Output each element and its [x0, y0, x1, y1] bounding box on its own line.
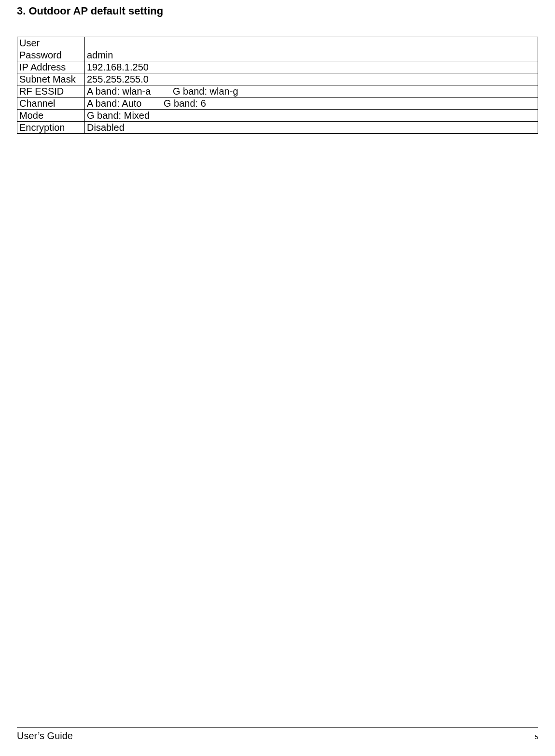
- setting-value: 192.168.1.250: [85, 61, 538, 73]
- setting-value: A band: wlan-a G band: wlan-g: [85, 85, 538, 98]
- setting-value: 255.255.255.0: [85, 73, 538, 85]
- setting-value: admin: [85, 49, 538, 61]
- setting-label: User: [17, 37, 85, 49]
- setting-value: A band: Auto G band: 6: [85, 98, 538, 110]
- setting-value: [85, 37, 538, 49]
- table-row: Subnet Mask 255.255.255.0: [17, 73, 538, 85]
- footer-divider: [17, 727, 538, 728]
- setting-value-a: A band: Auto: [87, 98, 141, 109]
- table-row: Channel A band: Auto G band: 6: [17, 98, 538, 110]
- table-row: IP Address 192.168.1.250: [17, 61, 538, 73]
- setting-label: Mode: [17, 110, 85, 122]
- page-footer: User’s Guide 5: [17, 727, 538, 742]
- setting-label: IP Address: [17, 61, 85, 73]
- default-settings-table: User Password admin IP Address 192.168.1…: [17, 37, 538, 134]
- setting-label: Encryption: [17, 122, 85, 134]
- setting-label: Password: [17, 49, 85, 61]
- setting-value-b: G band: 6: [164, 98, 206, 109]
- setting-value: Disabled: [85, 122, 538, 134]
- setting-value: G band: Mixed: [85, 110, 538, 122]
- table-row: Password admin: [17, 49, 538, 61]
- table-row: Mode G band: Mixed: [17, 110, 538, 122]
- setting-label: Subnet Mask: [17, 73, 85, 85]
- setting-value-a: A band: wlan-a: [87, 85, 151, 97]
- setting-value-b: G band: wlan-g: [173, 85, 238, 97]
- setting-label: RF ESSID: [17, 85, 85, 98]
- section-heading: 3. Outdoor AP default setting: [17, 5, 538, 17]
- table-row: Encryption Disabled: [17, 122, 538, 134]
- footer-title: User’s Guide: [17, 730, 73, 742]
- table-row: RF ESSID A band: wlan-a G band: wlan-g: [17, 85, 538, 98]
- setting-label: Channel: [17, 98, 85, 110]
- table-row: User: [17, 37, 538, 49]
- page-number: 5: [535, 733, 538, 741]
